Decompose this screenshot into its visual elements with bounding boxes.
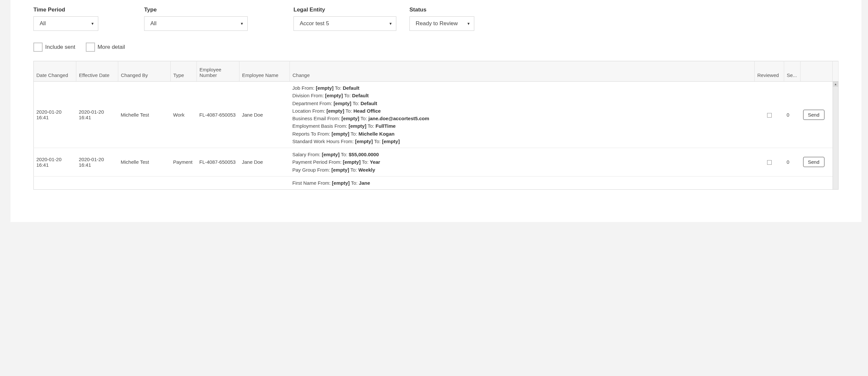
report-panel: Time Period All ▼ Type All ▼ L (10, 0, 862, 222)
grid-scrollbar[interactable]: ▲ (833, 82, 839, 190)
col-sent[interactable]: Se... (784, 61, 801, 82)
filter-label: Legal Entity (293, 6, 396, 13)
send-button[interactable]: Send (803, 157, 825, 167)
more-detail-checkbox[interactable] (86, 42, 95, 52)
table-row: First Name From: [empty] To: Jane (34, 176, 839, 189)
change-cell: First Name From: [empty] To: Jane (290, 176, 755, 189)
more-detail-label: More detail (98, 44, 125, 51)
include-sent-label: Include sent (45, 44, 75, 51)
status-select[interactable]: Ready to Review (409, 17, 474, 31)
legal-entity-select[interactable]: Accor test 5 (293, 17, 396, 31)
col-type[interactable]: Type (170, 61, 197, 82)
reviewed-checkbox[interactable] (767, 113, 772, 118)
time-period-select[interactable]: All (33, 17, 98, 31)
change-cell: Salary From: [empty] To: $55,000.0000Pay… (290, 148, 755, 177)
filter-label: Type (144, 6, 248, 13)
col-date-changed[interactable]: Date Changed (34, 61, 76, 82)
filter-type: Type All ▼ (144, 6, 248, 31)
reviewed-checkbox[interactable] (767, 160, 772, 165)
col-employee-number[interactable]: Employee Number (197, 61, 240, 82)
col-reviewed[interactable]: Reviewed (755, 61, 784, 82)
table-header-row: Date Changed Effective Date Changed By T… (34, 61, 839, 82)
change-cell: Job From: [empty] To: DefaultDivision Fr… (290, 82, 755, 148)
table-row: 2020-01-20 16:412020-01-20 16:41Michelle… (34, 82, 839, 148)
filter-time-period: Time Period All ▼ (33, 6, 98, 31)
col-changed-by[interactable]: Changed By (118, 61, 170, 82)
send-button[interactable]: Send (803, 110, 825, 120)
filter-status: Status Ready to Review ▼ (409, 6, 474, 31)
col-effective-date[interactable]: Effective Date (76, 61, 118, 82)
col-scroll-gutter (833, 61, 839, 82)
changes-grid: Date Changed Effective Date Changed By T… (33, 61, 839, 190)
col-action (801, 61, 833, 82)
options-row: Include sent More detail (33, 42, 839, 52)
scroll-up-icon[interactable]: ▲ (833, 82, 838, 87)
col-change[interactable]: Change (290, 61, 755, 82)
type-select[interactable]: All (144, 17, 248, 31)
filter-legal-entity: Legal Entity Accor test 5 ▼ (293, 6, 396, 31)
filters-row: Time Period All ▼ Type All ▼ L (33, 6, 839, 31)
table-row: 2020-01-20 16:412020-01-20 16:41Michelle… (34, 148, 839, 177)
include-sent-checkbox[interactable] (33, 42, 42, 52)
col-employee-name[interactable]: Employee Name (240, 61, 290, 82)
filter-label: Status (409, 6, 474, 13)
filter-label: Time Period (33, 6, 98, 13)
